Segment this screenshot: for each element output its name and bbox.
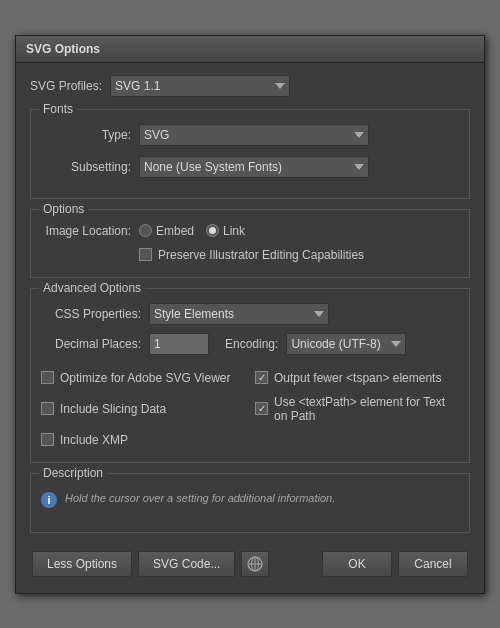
description-title: Description bbox=[39, 466, 107, 480]
dialog-title: SVG Options bbox=[26, 42, 100, 56]
embed-radio[interactable]: Embed bbox=[139, 224, 194, 238]
decimal-input[interactable] bbox=[149, 333, 209, 355]
svg-options-dialog: SVG Options SVG Profiles: SVG 1.0 SVG 1.… bbox=[15, 35, 485, 594]
include-xmp-checkbox[interactable] bbox=[41, 433, 54, 446]
description-section: Description i Hold the cursor over a set… bbox=[30, 473, 470, 533]
link-radio-button[interactable] bbox=[206, 224, 219, 237]
ok-button[interactable]: OK bbox=[322, 551, 392, 577]
image-location-row: Image Location: Embed Link bbox=[41, 224, 459, 238]
fonts-section: Fonts Type: SVG Adobe CEF CID Subsetting… bbox=[30, 109, 470, 199]
font-subsetting-select[interactable]: None (Use System Fonts) Only Glyphs Used… bbox=[139, 156, 369, 178]
description-text: Hold the cursor over a setting for addit… bbox=[65, 492, 335, 504]
link-label: Link bbox=[223, 224, 245, 238]
include-slicing-checkbox[interactable] bbox=[41, 402, 54, 415]
options-section-title: Options bbox=[39, 202, 88, 216]
button-group-left: Less Options SVG Code... bbox=[32, 551, 269, 577]
css-properties-select[interactable]: Style Elements Presentation Attributes S… bbox=[149, 303, 329, 325]
include-slicing-label: Include Slicing Data bbox=[60, 402, 166, 416]
preserve-checkbox-row: Preserve Illustrator Editing Capabilitie… bbox=[41, 248, 459, 262]
include-slicing-row: Include Slicing Data bbox=[41, 395, 245, 423]
cancel-button[interactable]: Cancel bbox=[398, 551, 468, 577]
advanced-inner: CSS Properties: Style Elements Presentat… bbox=[41, 303, 459, 452]
use-textpath-row: Use <textPath> element for Text on Path bbox=[255, 395, 459, 423]
use-textpath-label: Use <textPath> element for Text on Path bbox=[274, 395, 459, 423]
svg-code-button[interactable]: SVG Code... bbox=[138, 551, 235, 577]
optimize-adobe-svg-row: Optimize for Adobe SVG Viewer bbox=[41, 371, 245, 385]
use-textpath-checkbox[interactable] bbox=[255, 402, 268, 415]
fewer-tspan-checkbox[interactable] bbox=[255, 371, 268, 384]
font-subsetting-row: Subsetting: None (Use System Fonts) Only… bbox=[41, 156, 459, 178]
globe-icon bbox=[247, 556, 263, 572]
dialog-body: SVG Profiles: SVG 1.0 SVG 1.1 SVG Tiny 1… bbox=[16, 63, 484, 593]
fonts-section-title: Fonts bbox=[39, 102, 77, 116]
globe-button[interactable] bbox=[241, 551, 269, 577]
font-type-label: Type: bbox=[41, 128, 131, 142]
advanced-section: Advanced Options CSS Properties: Style E… bbox=[30, 288, 470, 463]
less-options-button[interactable]: Less Options bbox=[32, 551, 132, 577]
advanced-checkboxes-grid: Optimize for Adobe SVG Viewer Output few… bbox=[41, 371, 459, 452]
font-type-row: Type: SVG Adobe CEF CID bbox=[41, 124, 459, 146]
svg-profiles-label: SVG Profiles: bbox=[30, 79, 102, 93]
decimal-encoding-row: Decimal Places: Encoding: Unicode (UTF-8… bbox=[41, 333, 459, 355]
button-group-right: OK Cancel bbox=[322, 551, 468, 577]
embed-radio-button[interactable] bbox=[139, 224, 152, 237]
encoding-label: Encoding: bbox=[225, 337, 278, 351]
fewer-tspan-label: Output fewer <tspan> elements bbox=[274, 371, 441, 385]
image-location-radio-group: Embed Link bbox=[139, 224, 245, 238]
css-properties-row: CSS Properties: Style Elements Presentat… bbox=[41, 303, 459, 325]
embed-label: Embed bbox=[156, 224, 194, 238]
advanced-section-title: Advanced Options bbox=[39, 281, 145, 295]
css-properties-label: CSS Properties: bbox=[41, 307, 141, 321]
include-xmp-row: Include XMP bbox=[41, 433, 245, 447]
link-radio[interactable]: Link bbox=[206, 224, 245, 238]
optimize-adobe-svg-checkbox[interactable] bbox=[41, 371, 54, 384]
font-type-select[interactable]: SVG Adobe CEF CID bbox=[139, 124, 369, 146]
optimize-adobe-svg-label: Optimize for Adobe SVG Viewer bbox=[60, 371, 231, 385]
image-location-label: Image Location: bbox=[41, 224, 131, 238]
info-icon: i bbox=[41, 492, 57, 508]
svg-profiles-row: SVG Profiles: SVG 1.0 SVG 1.1 SVG Tiny 1… bbox=[30, 75, 470, 97]
fewer-tspan-row: Output fewer <tspan> elements bbox=[255, 371, 459, 385]
encoding-select[interactable]: Unicode (UTF-8) ISO-8859-1 UTF-16 bbox=[286, 333, 406, 355]
description-content: i Hold the cursor over a setting for add… bbox=[41, 492, 459, 508]
include-xmp-label: Include XMP bbox=[60, 433, 128, 447]
svg-profiles-select[interactable]: SVG 1.0 SVG 1.1 SVG Tiny 1.1 SVG Tiny 1.… bbox=[110, 75, 290, 97]
font-subsetting-label: Subsetting: bbox=[41, 160, 131, 174]
options-section: Options Image Location: Embed Link Prese… bbox=[30, 209, 470, 278]
decimal-label: Decimal Places: bbox=[41, 337, 141, 351]
title-bar: SVG Options bbox=[16, 36, 484, 63]
preserve-label: Preserve Illustrator Editing Capabilitie… bbox=[158, 248, 364, 262]
button-row: Less Options SVG Code... OK Cancel bbox=[30, 543, 470, 581]
preserve-checkbox[interactable] bbox=[139, 248, 152, 261]
encoding-group: Encoding: Unicode (UTF-8) ISO-8859-1 UTF… bbox=[225, 333, 406, 355]
